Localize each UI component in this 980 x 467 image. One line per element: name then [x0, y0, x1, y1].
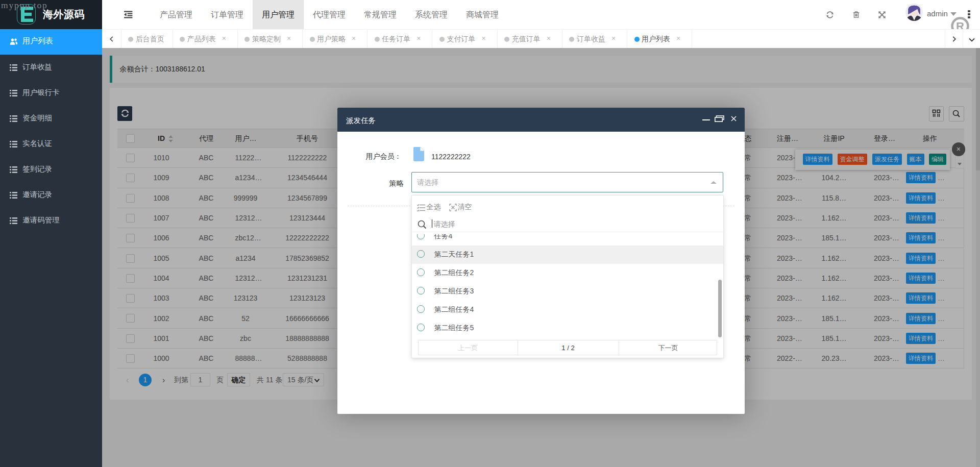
svg-text:R: R: [956, 20, 964, 29]
